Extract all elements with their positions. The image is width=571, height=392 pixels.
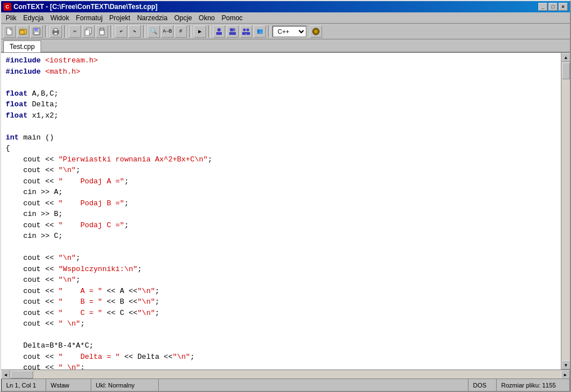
svg-point-16 (232, 28, 235, 31)
horizontal-scrollbar-container: ◀ ▶ (1, 370, 570, 379)
toolbar-sep-6 (208, 25, 211, 38)
code-line: float Delta; (6, 99, 556, 110)
menu-plik[interactable]: Plik (2, 13, 20, 23)
menu-opcje[interactable]: Opcje (171, 13, 195, 23)
user1-button[interactable] (213, 25, 225, 38)
code-line: cout << "\n"; (6, 165, 556, 176)
menu-formatuj[interactable]: Formatuj (73, 13, 106, 23)
save-button[interactable] (30, 25, 43, 38)
search-button[interactable]: 🔍 (148, 25, 160, 38)
svg-point-19 (247, 28, 249, 31)
code-line: #include <iostream.h> (6, 55, 556, 66)
new-button[interactable] (3, 25, 16, 38)
undo-button[interactable]: ↶ (115, 25, 127, 38)
user3-button[interactable]: + (240, 25, 252, 38)
code-line: { (6, 143, 556, 154)
redo-button[interactable]: ↷ (128, 25, 141, 38)
menu-narzedzia[interactable]: Narzedzia (133, 13, 171, 23)
menu-widok[interactable]: Widok (47, 13, 72, 23)
paste-button[interactable] (96, 25, 108, 38)
minimize-button[interactable]: _ (538, 3, 547, 11)
copy-button[interactable] (82, 25, 95, 38)
menu-bar: Plik Edycja Widok Formatuj Projekt Narze… (1, 12, 570, 24)
print-button[interactable] (50, 25, 62, 38)
title-text: ConTEXT - [C:\Free\ConTEXT\Dane\Test.cpp… (14, 3, 158, 11)
code-editor[interactable]: #include <iostream.h> #include <math.h> … (1, 53, 561, 370)
code-line: cout << " B = " << B <<"\n"; (6, 296, 556, 308)
code-line: cout << " A = " << A <<"\n"; (6, 286, 556, 297)
title-bar-controls: _ □ × (538, 3, 568, 11)
menu-edycja[interactable]: Edycja (20, 13, 47, 23)
toolbar-sep-3 (110, 25, 113, 38)
svg-rect-12 (100, 28, 104, 30)
replace-button[interactable]: A→B (161, 25, 173, 38)
user2-button[interactable] (226, 25, 239, 38)
svg-rect-14 (216, 32, 222, 35)
code-line: cout << "\n"; (6, 253, 556, 264)
maximize-button[interactable]: □ (548, 3, 557, 11)
horizontal-scroll-track[interactable] (10, 370, 561, 379)
code-line: float x1,x2; (6, 110, 556, 121)
status-bar: Ln 1, Col 1 Wstaw Ukl: Normalny DOS Rozm… (1, 379, 570, 391)
code-line: cout << " \n"; (6, 362, 556, 370)
horizontal-scroll-thumb[interactable] (11, 371, 33, 379)
code-line: cout << " Podaj C ="; (6, 220, 556, 231)
goto-button[interactable]: # (175, 25, 187, 38)
vertical-scrollbar[interactable]: ▲ ▼ (561, 53, 570, 370)
code-line: cin >> A; (6, 187, 556, 198)
cut-button[interactable]: ✂ (69, 25, 81, 38)
code-line: cout << "Pierwiastki rownania Ax^2+Bx+C\… (6, 154, 556, 165)
code-line: cout << " Podaj A ="; (6, 176, 556, 187)
svg-point-13 (217, 28, 221, 31)
title-bar: C ConTEXT - [C:\Free\ConTEXT\Dane\Test.c… (1, 1, 570, 12)
menu-pomoc[interactable]: Pomoc (218, 13, 246, 23)
scroll-track[interactable] (561, 62, 570, 361)
svg-text:+: + (245, 33, 247, 35)
user4-button[interactable]: 👥 (253, 25, 266, 38)
code-line (6, 242, 556, 253)
code-line: float A,B,C; (6, 88, 556, 100)
run-button[interactable]: ▶ (194, 25, 206, 38)
code-line: cout << " Delta = " << Delta <<"\n"; (6, 352, 556, 363)
menu-okno[interactable]: Okno (195, 13, 218, 23)
scroll-right-button[interactable]: ▶ (561, 370, 570, 379)
position-indicator: Ln 1, Col 1 (1, 379, 46, 391)
config-button[interactable] (310, 25, 322, 38)
close-button[interactable]: × (559, 3, 568, 11)
tab-test-cpp[interactable]: Test.cpp (3, 40, 41, 52)
svg-rect-2 (20, 30, 24, 34)
code-line: cout << " C = " << C <<"\n"; (6, 308, 556, 319)
scroll-thumb[interactable] (562, 62, 570, 79)
toolbar-sep-2 (64, 25, 66, 38)
tab-bar: Test.cpp (1, 39, 570, 53)
svg-rect-10 (85, 30, 90, 35)
main-window: C ConTEXT - [C:\Free\ConTEXT\Dane\Test.c… (0, 0, 571, 392)
code-line: #include <math.h> (6, 66, 556, 78)
code-line: cout << " Podaj B ="; (6, 198, 556, 209)
toolbar-sep-4 (143, 25, 145, 38)
insert-mode: Wstaw (46, 379, 91, 391)
language-dropdown[interactable]: C++ C Pascal (273, 26, 306, 37)
scroll-left-button[interactable]: ◀ (1, 370, 10, 379)
svg-rect-5 (34, 32, 39, 34)
toolbar-sep-1 (45, 25, 47, 38)
svg-rect-8 (54, 33, 57, 35)
code-line: Delta=B*B-4*A*C; (6, 340, 556, 352)
menu-projekt[interactable]: Projekt (106, 13, 133, 23)
svg-point-18 (243, 28, 246, 31)
file-size: Rozmiar pliku: 1155 (497, 379, 570, 391)
svg-rect-4 (34, 28, 38, 31)
code-line (6, 121, 556, 132)
open-button[interactable] (17, 25, 29, 38)
svg-rect-7 (54, 29, 57, 31)
toolbar-sep-5 (189, 25, 191, 38)
toolbar: ✂ ↶ ↷ 🔍 A→B # ▶ + 👥 (1, 24, 570, 39)
toolbar-sep-7 (268, 25, 270, 38)
code-line: cout << " \n"; (6, 318, 556, 330)
code-line: cout << "\n"; (6, 274, 556, 286)
code-line: cin >> B; (6, 209, 556, 220)
scroll-down-button[interactable]: ▼ (561, 361, 570, 370)
scroll-up-button[interactable]: ▲ (561, 53, 570, 62)
code-line (6, 77, 556, 88)
svg-point-23 (314, 30, 318, 33)
